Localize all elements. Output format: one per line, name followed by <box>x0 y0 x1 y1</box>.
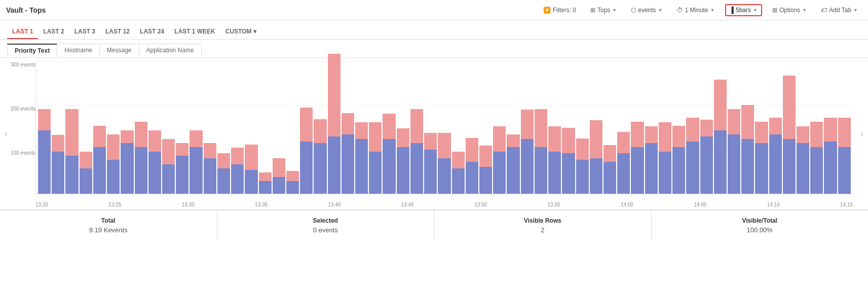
bar-red <box>548 126 561 152</box>
sub-tab-hostname[interactable]: Hostname <box>57 44 100 56</box>
bar-stack <box>383 114 395 194</box>
bars-button[interactable]: ▐ 5bars ▼ <box>725 4 762 16</box>
visible-total-value: 100.00% <box>747 226 773 234</box>
bar-blue <box>93 147 106 194</box>
bar-red <box>479 146 492 167</box>
bar-stack <box>38 109 51 194</box>
bar-stack <box>231 148 244 194</box>
bar-group <box>686 62 699 194</box>
bar-stack <box>810 122 823 194</box>
clock-icon: ⏱ <box>677 7 683 14</box>
bar-group <box>300 62 313 194</box>
bar-group <box>245 62 257 194</box>
bar-blue <box>824 142 837 194</box>
bar-red <box>342 113 354 134</box>
bar-blue <box>507 147 519 194</box>
bar-blue <box>231 164 244 194</box>
sub-tab-message[interactable]: Message <box>99 44 139 56</box>
bar-blue <box>700 136 713 194</box>
prev-arrow[interactable]: ‹ <box>1 124 11 144</box>
chevron-down-icon: ▼ <box>753 8 758 13</box>
time-tab-last2[interactable]: LAST 2 <box>38 25 69 39</box>
bar-blue <box>755 143 768 194</box>
bar-stack <box>121 130 133 194</box>
bar-red <box>93 126 106 147</box>
x-label-1415: 14:15 <box>840 202 853 207</box>
bar-stack <box>314 119 326 194</box>
bar-stack <box>645 126 658 194</box>
bar-stack <box>741 105 754 194</box>
bar-stack <box>424 133 437 194</box>
bar-chart-icon: ▐ <box>730 7 734 14</box>
bar-blue <box>162 164 175 194</box>
bar-blue <box>493 152 506 194</box>
bar-group <box>52 62 64 194</box>
bar-group <box>603 62 616 194</box>
bar-red <box>80 152 92 168</box>
bar-group <box>259 62 272 194</box>
events-button[interactable]: ⬡ events ▼ <box>627 5 666 16</box>
bar-group <box>148 62 161 194</box>
bar-red <box>286 171 299 181</box>
add-tab-button[interactable]: 🏷 Add Tab ▼ <box>817 5 862 16</box>
bar-group <box>314 62 326 194</box>
bar-group <box>741 62 754 194</box>
time-tab-last1[interactable]: LAST 1 <box>7 25 38 39</box>
bar-blue <box>410 143 423 194</box>
bar-blue <box>659 152 671 194</box>
bar-blue <box>535 147 547 194</box>
sub-tab-priority-text[interactable]: Priority Text <box>7 44 57 57</box>
bar-stack <box>397 128 409 194</box>
bar-group <box>135 62 147 194</box>
sub-tab-appname[interactable]: Application Name <box>139 44 202 56</box>
bar-red <box>107 134 120 160</box>
bar-stack <box>452 152 465 194</box>
bar-red <box>838 118 851 147</box>
bar-blue <box>590 158 602 194</box>
bar-red <box>645 126 658 143</box>
bar-blue <box>135 147 147 194</box>
filters-button[interactable]: 🔽 Filters: 0 <box>539 5 580 16</box>
page-title: Vault - Tops <box>6 6 46 14</box>
time-tab-last12[interactable]: LAST 12 <box>100 25 135 39</box>
bar-blue <box>65 156 78 194</box>
bar-blue <box>121 143 133 194</box>
bar-stack <box>686 118 699 194</box>
bars-container <box>36 62 853 194</box>
bar-red <box>38 109 51 130</box>
bar-group <box>369 62 382 194</box>
bar-blue <box>245 170 257 194</box>
time-tab-custom[interactable]: CUSTOM ▾ <box>220 25 261 39</box>
bar-group <box>217 62 230 194</box>
bar-stack <box>548 126 561 194</box>
bar-group <box>479 62 492 194</box>
bar-group <box>824 62 837 194</box>
bar-red <box>603 145 616 162</box>
bar-blue <box>548 152 561 194</box>
interval-button[interactable]: ⏱ 1 Minute ▼ <box>673 5 719 16</box>
bar-group <box>700 62 713 194</box>
bar-red <box>231 148 244 164</box>
bar-blue <box>617 153 630 194</box>
bar-blue <box>176 156 188 194</box>
bar-red <box>314 119 326 143</box>
bar-red <box>121 130 133 143</box>
bar-red <box>631 122 644 147</box>
bar-blue <box>769 134 782 194</box>
bar-group <box>783 62 796 194</box>
bar-red <box>672 126 685 147</box>
bar-stack <box>507 134 519 194</box>
time-tab-last3[interactable]: LAST 3 <box>69 25 100 39</box>
bar-group <box>452 62 465 194</box>
y-label-100: 100 events <box>11 150 35 156</box>
total-value: 9.19 Kevents <box>89 226 128 234</box>
time-tab-last24[interactable]: LAST 24 <box>135 25 169 39</box>
next-arrow[interactable]: › <box>857 124 867 144</box>
time-tab-lastweek[interactable]: LAST 1 WEEK <box>169 25 220 39</box>
options-button[interactable]: ⊞ Options ▼ <box>768 5 811 16</box>
bar-stack <box>797 126 809 194</box>
bar-blue <box>714 130 727 194</box>
tops-button[interactable]: ⊞ Tops ▼ <box>586 5 621 16</box>
bar-red <box>369 122 382 152</box>
bar-red <box>383 114 395 139</box>
